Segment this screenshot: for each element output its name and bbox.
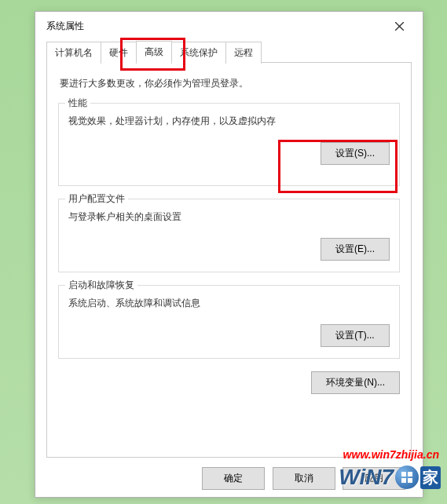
logo-suffix: 家 [420, 466, 441, 489]
watermark-url: www.win7zhijia.cn [343, 448, 439, 461]
performance-desc: 视觉效果，处理器计划，内存使用，以及虚拟内存 [68, 115, 390, 128]
startup-recovery-settings-button[interactable]: 设置(T)... [321, 324, 390, 347]
close-button[interactable] [383, 15, 415, 37]
titlebar: 系统属性 [35, 12, 423, 40]
performance-group: 性能 视觉效果，处理器计划，内存使用，以及虚拟内存 设置(S)... [58, 103, 400, 186]
svg-rect-3 [408, 472, 412, 477]
svg-rect-4 [401, 478, 406, 483]
window-title: 系统属性 [46, 20, 84, 33]
svg-rect-5 [408, 478, 412, 483]
tab-system-protection[interactable]: 系统保护 [171, 42, 226, 64]
user-profile-group: 用户配置文件 与登录帐户相关的桌面设置 设置(E)... [58, 199, 400, 272]
site-logo: WiN7 家 [339, 465, 441, 490]
user-profile-desc: 与登录帐户相关的桌面设置 [68, 210, 390, 224]
tab-advanced[interactable]: 高级 [136, 41, 172, 63]
windows-orb-icon [395, 466, 419, 489]
ok-button[interactable]: 确定 [202, 467, 265, 490]
user-profile-group-title: 用户配置文件 [65, 192, 128, 206]
tab-computer-name[interactable]: 计算机名 [46, 42, 101, 64]
svg-rect-2 [401, 472, 406, 477]
performance-settings-button[interactable]: 设置(S)... [321, 142, 390, 165]
cancel-button[interactable]: 取消 [273, 467, 335, 490]
admin-note: 要进行大多数更改，你必须作为管理员登录。 [60, 77, 400, 90]
tab-hardware[interactable]: 硬件 [101, 42, 137, 64]
startup-recovery-group: 启动和故障恢复 系统启动、系统故障和调试信息 设置(T)... [58, 285, 400, 359]
system-properties-window: 系统属性 计算机名 硬件 高级 系统保护 远程 要进行大多数更改，你必须作为管理… [35, 11, 423, 498]
tab-remote[interactable]: 远程 [225, 42, 262, 64]
tab-strip: 计算机名 硬件 高级 系统保护 远程 [35, 41, 423, 63]
environment-variables-button[interactable]: 环境变量(N)... [311, 371, 400, 394]
startup-recovery-group-title: 启动和故障恢复 [65, 279, 137, 292]
logo-text: WiN7 [339, 465, 394, 490]
user-profile-settings-button[interactable]: 设置(E)... [321, 238, 390, 261]
performance-group-title: 性能 [65, 97, 90, 110]
tab-panel-advanced: 要进行大多数更改，你必须作为管理员登录。 性能 视觉效果，处理器计划，内存使用，… [46, 62, 412, 458]
startup-recovery-desc: 系统启动、系统故障和调试信息 [68, 297, 390, 310]
close-icon [395, 22, 404, 31]
